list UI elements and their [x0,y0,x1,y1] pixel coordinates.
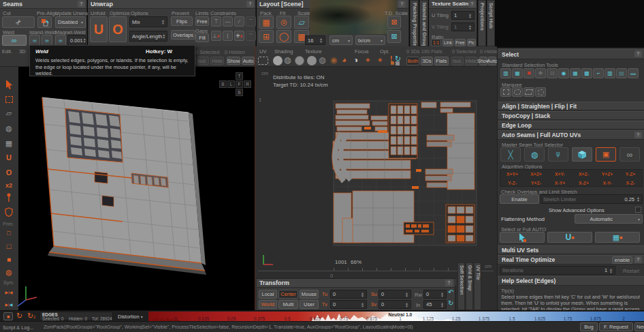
texture-plain-icon[interactable] [307,56,317,65]
marquee-polygon-tool[interactable] [524,87,534,97]
flattening-method-dropdown[interactable]: Automatic▾ [575,214,643,224]
local-button[interactable]: Local [259,290,277,299]
tab-projections[interactable]: Projections [478,0,486,46]
spinner-arrows-icon[interactable]: ▲▼ [637,196,640,202]
tv-field[interactable]: 0▲▼ [330,300,367,309]
tu-field[interactable]: 0▲▼ [330,290,367,299]
algo-option[interactable]: Y-Z- [500,179,524,187]
spinner-arrows-icon[interactable]: ▲▼ [83,37,86,43]
density-unit-dropdown[interactable]: tx/cm▾ [355,35,385,45]
sv-field[interactable]: 0▲▼ [379,300,411,309]
uv-isolate-button[interactable]: Isol. [451,57,464,65]
texture-image-icon[interactable]: ◕ [342,55,347,65]
multi-button[interactable]: Multi [278,300,298,309]
select-edges-tool[interactable]: ▥ [500,68,511,78]
uv-show-button[interactable]: Show [479,57,487,65]
select-help-button[interactable]: ? [634,50,642,57]
td-scale-button-1[interactable]: ⊠ [387,16,401,29]
edgeloop-section-header[interactable]: Edge Loop [498,121,644,130]
island-weld-button-1[interactable]: ∞ [29,35,40,46]
shading-combo-icon[interactable] [295,56,304,65]
spinner-arrows-icon[interactable]: ▲▼ [440,292,444,297]
in-field[interactable]: 45▲▼ [423,300,447,309]
uv-auto-button[interactable]: Auto [488,57,496,65]
algo-option[interactable]: X-Y- [596,179,619,187]
algo-option[interactable]: Y+Z- [524,179,548,187]
spinner-arrows-icon[interactable]: ▲▼ [468,13,472,18]
focus-selected-icon[interactable]: ⌖ [378,55,383,65]
weld-button[interactable]: ∞ [2,35,27,46]
new-release-button[interactable]: New Release [634,322,644,331]
update-unwrap-dropdown[interactable]: Disabled▾ [55,16,86,28]
tab-soft-selection[interactable]: Soft Selection [457,262,465,310]
select-corner-tool[interactable]: ⌐ [593,68,604,78]
optimize-button[interactable]: O [109,16,127,42]
select-hstripe-tool[interactable]: ▤ [616,68,627,78]
select-band-tool[interactable]: ▬ [628,68,639,78]
tab-packing-properties[interactable]: Packing Properties |S [410,0,419,46]
shading-flat-icon[interactable] [273,56,283,65]
align-section-header[interactable]: Align | Straighten | Flip | Fit [498,102,644,110]
full-auto-unfold-button[interactable]: U■ [547,232,592,243]
spinner-arrows-icon[interactable]: ▲▼ [162,33,165,39]
tab-uv-tile[interactable]: UV Tile [474,262,481,310]
ratio-pic-button[interactable]: Pic [467,39,476,46]
seam-tool-tripod[interactable]: ⋔ [548,147,568,162]
overlaps-button[interactable]: Overlaps [171,30,195,40]
seam-tool-chain[interactable]: ∞ [619,147,640,162]
rto-help-button[interactable]: ? [634,256,642,263]
spinner-arrows-icon[interactable]: ▲▼ [468,25,472,30]
pack-plus-button[interactable]: ⊞ [259,30,274,43]
rto-enable-button[interactable]: enable [612,256,632,264]
algo-option[interactable]: X+Y+ [500,170,524,179]
texture-half-icon[interactable]: ◑ [353,55,358,65]
both-button[interactable]: Both [406,57,419,65]
algo-option[interactable]: Y-Z+ [619,170,642,179]
restart-button[interactable]: Restart [623,268,639,274]
algo-option[interactable]: X+Y- [548,170,572,179]
layout-help-button[interactable]: ? [398,1,406,7]
bug-button[interactable]: Bug [580,322,598,331]
opt-square-icon[interactable] [391,61,394,65]
autoseams-help-button[interactable]: ? [634,132,642,138]
stretch-limiter-field[interactable]: Stretch Limiter 0.25 ▲▼ [541,194,643,204]
spinner-arrows-icon[interactable]: ▲▼ [405,292,408,297]
mouse-button[interactable]: Mouse [300,290,319,299]
algo-option[interactable]: X+Z+ [524,170,548,179]
reload-2-icon[interactable]: ↻2 [27,312,35,320]
rotate-cw-icon[interactable]: ↻ [448,299,453,307]
unit-dropdown[interactable]: cm▾ [329,35,353,45]
td-scale-button-2[interactable]: ⊠ [387,30,401,43]
distortion-gradient[interactable]: Neutral 1.0 0 0.125 0.25 0.375 0.5 0.625… [148,312,644,321]
angle-length-spinner[interactable]: Angle/Length▲▼ [129,31,167,42]
algo-option[interactable]: X-Z+ [572,179,596,187]
texture-grid-icon[interactable]: ◉ [330,55,337,65]
seam-tool-cube[interactable] [572,147,592,162]
select-cross-tool[interactable]: ✚ [535,68,546,78]
ratio-link-button[interactable]: Link [442,39,453,46]
algo-option[interactable]: Y+Z+ [596,170,619,179]
tab-islands-and-groups[interactable]: Islands and Groups [419,0,428,46]
script-log-tab[interactable]: Script & Log... [3,325,33,331]
magnet-weld-value-field[interactable]: 0.001▲▼ [67,35,86,46]
select-shell-tool[interactable]: ▩ [581,68,592,78]
uv-hide-button[interactable]: Hide [465,57,477,65]
distortion-dropdown[interactable]: Distortion ▾ [118,314,143,320]
scale-button[interactable]: ▱ [294,16,309,29]
seam-tool-mosaic[interactable]: ▣ [596,147,616,162]
ratio-1-1-button[interactable]: 1:1 [431,39,441,46]
reload-icon[interactable]: ↻ [16,312,22,320]
free-button[interactable]: Free [195,16,209,26]
shading-wire-icon[interactable]: ◍ [284,55,291,65]
feature-request-button[interactable]: F. Request [599,322,633,331]
pre-align-button[interactable] [37,16,52,28]
cut-button[interactable]: ✂ [2,16,35,28]
spinner-arrows-icon[interactable]: ▲▼ [361,292,364,297]
mix-spinner[interactable]: Mix▲▼ [129,16,167,27]
focus-crosshair-icon[interactable]: ⌖ [366,55,370,65]
autoseams-section-header[interactable]: Auto Seams | Full AUTO UVs [498,130,644,140]
ratio-free-button[interactable]: Free [455,39,466,46]
tab-script-hub[interactable]: Script Hub [487,0,495,46]
user-button[interactable]: User [300,300,319,309]
algo-option[interactable]: X+Z- [572,170,596,179]
